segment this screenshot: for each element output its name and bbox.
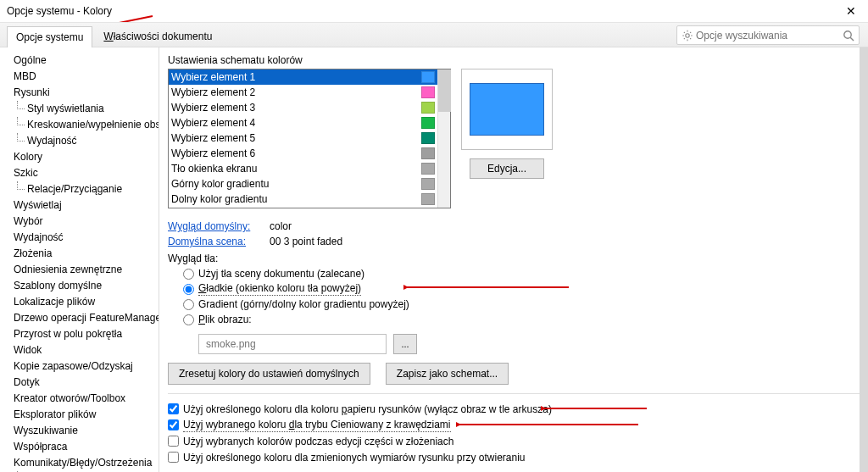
color-preview-swatch (470, 83, 544, 136)
tree-item[interactable]: Styl wyświetlania (0, 101, 159, 117)
tree-item[interactable]: Złożenia (0, 246, 159, 262)
list-item-swatch (421, 132, 435, 144)
listbox-scrollbar[interactable] (437, 69, 450, 208)
list-item[interactable]: Wybierz element 4 (169, 115, 437, 130)
list-item[interactable]: Górny kolor gradientu (169, 176, 437, 192)
search-container (676, 25, 860, 45)
default-scene-value: 00 3 point faded (270, 236, 342, 247)
list-item-label: Górny kolor gradientu (171, 178, 269, 190)
main-panel: Ustawienia schematu kolorów Wybierz elem… (159, 47, 868, 472)
check-changed-dims-color-label: Użyj określonego koloru dla zmienionych … (183, 452, 526, 464)
radio-use-scene-bg-label: Użyj tła sceny dokumentu (zalecane) (198, 268, 364, 280)
search-input[interactable] (694, 29, 842, 42)
check-shaded-edges-color[interactable] (168, 419, 179, 430)
list-item-swatch (421, 102, 435, 114)
search-icon[interactable] (842, 29, 855, 42)
list-item-swatch (421, 147, 435, 159)
tree-item[interactable]: Kolory (0, 149, 159, 165)
tree-item[interactable]: Lokalizacje plików (0, 294, 159, 310)
radio-gradient-label: Gradient (górny/dolny kolor gradientu po… (198, 298, 409, 310)
tree-item[interactable]: Widok (0, 342, 159, 358)
tree-item[interactable]: Relacje/Przyciąganie (0, 181, 159, 197)
tree-item[interactable]: Szablony domyślne (0, 278, 159, 294)
tree-item[interactable]: Kreskowanie/wypełnienie obszaru (0, 117, 159, 133)
list-item-swatch (421, 117, 435, 129)
check-changed-dims-color[interactable] (168, 452, 179, 463)
list-item[interactable]: Wybierz element 3 (169, 100, 437, 115)
gear-icon (681, 29, 694, 42)
tab-bar: Opcje systemu Właściwości dokumentu (0, 22, 868, 47)
list-item[interactable]: Dolny kolor gradientu (169, 192, 437, 207)
tree-item[interactable]: Przyrost w polu pokrętła (0, 326, 159, 342)
tree-item[interactable]: Eksplorator plików (0, 407, 159, 423)
default-appearance-link[interactable]: Wygląd domyślny: (168, 220, 270, 232)
list-item-label: Wybierz element 1 (171, 71, 255, 83)
bg-image-browse-button[interactable]: ... (393, 334, 417, 354)
radio-use-scene-bg[interactable] (183, 269, 194, 280)
list-item-label: Tło okienka ekranu (171, 163, 257, 175)
list-item-swatch (421, 193, 435, 205)
tree-item[interactable]: Rysunki (0, 85, 159, 101)
window-title: Opcje systemu - Kolory (7, 5, 112, 17)
category-tree: OgólneMBDRysunkiStyl wyświetlaniaKreskow… (0, 47, 159, 472)
list-item-swatch (421, 71, 435, 83)
tree-item[interactable]: Odniesienia zewnętrzne (0, 262, 159, 278)
tree-item[interactable]: Komunikaty/Błędy/Ostrzeżenia (0, 455, 159, 471)
list-item-label: Wybierz element 2 (171, 86, 255, 98)
tree-item[interactable]: Drzewo operacji FeatureManager (0, 310, 159, 326)
radio-gradient[interactable] (183, 299, 194, 310)
list-item[interactable]: Wybierz element 5 (169, 130, 437, 146)
tree-item[interactable]: Wybór (0, 214, 159, 230)
tree-item[interactable]: Wydajność (0, 230, 159, 246)
tree-item[interactable]: MBD (0, 69, 159, 85)
tree-item[interactable]: Ogólne (0, 53, 159, 69)
tree-item[interactable]: Dotyk (0, 375, 159, 391)
radio-plain-label: Gładkie (okienko koloru tła powyżej) (198, 282, 361, 296)
tree-item[interactable]: Szkic (0, 165, 159, 181)
list-item-label: Wybierz element 4 (171, 117, 255, 129)
color-scheme-listbox[interactable]: Wybierz element 1Wybierz element 2Wybier… (168, 69, 451, 208)
save-scheme-button[interactable]: Zapisz jako schemat... (386, 363, 509, 385)
list-item-swatch (421, 86, 435, 98)
close-icon[interactable]: ✕ (839, 3, 863, 19)
check-paper-color[interactable] (168, 403, 179, 414)
scheme-heading: Ustawienia schematu kolorów (168, 54, 860, 66)
color-preview-frame (461, 69, 553, 150)
list-item-swatch (421, 163, 435, 175)
title-bar: Opcje systemu - Kolory ✕ (0, 0, 868, 22)
tree-item[interactable]: Współpraca (0, 439, 159, 455)
tree-item[interactable]: Wydajność (0, 133, 159, 149)
radio-plain[interactable] (183, 284, 194, 295)
check-assembly-edit-colors-label: Użyj wybranych kolorów podczas edycji cz… (183, 436, 453, 447)
list-item-swatch (421, 178, 435, 190)
list-item[interactable]: Tło okienka ekranu (169, 161, 437, 176)
svg-line-3 (850, 37, 854, 41)
radio-image-label: Plik obrazu: (198, 314, 252, 325)
default-scene-link[interactable]: Domyślna scena: (168, 236, 270, 247)
page-scrollbar[interactable] (860, 47, 868, 472)
tab-document-properties[interactable]: Właściwości dokumentu (94, 25, 221, 47)
svg-point-2 (844, 31, 851, 37)
list-item-label: Dolny kolor gradientu (171, 193, 267, 205)
tree-item[interactable]: Kopie zapasowe/Odzyskaj (0, 358, 159, 375)
reset-colors-button[interactable]: Zresetuj kolory do ustawień domyślnych (168, 363, 370, 385)
check-shaded-edges-color-label: Użyj wybranego koloru dla trybu Cieniowa… (183, 419, 451, 432)
annotation-arrow-plain (403, 280, 573, 297)
check-paper-color-label: Użyj określonego koloru dla koloru papie… (183, 403, 552, 415)
tree-item[interactable]: Wyszukiwanie (0, 423, 159, 439)
edit-color-button[interactable]: Edycja... (470, 158, 544, 179)
tree-item[interactable]: Wyświetlaj (0, 197, 159, 214)
background-heading: Wygląd tła: (168, 253, 860, 264)
list-item[interactable]: Wybierz element 2 (169, 85, 437, 100)
list-item[interactable]: Wybierz element 6 (169, 146, 437, 161)
bg-image-path-input (198, 334, 387, 354)
tab-system-options[interactable]: Opcje systemu (7, 26, 92, 47)
radio-image[interactable] (183, 314, 194, 325)
list-item[interactable]: Wybierz element 1 (169, 69, 437, 85)
annotation-arrow-check2 (456, 417, 643, 432)
svg-point-1 (686, 33, 689, 36)
annotation-arrow-check1 (541, 401, 651, 416)
check-assembly-edit-colors[interactable] (168, 436, 179, 447)
background-radio-group: Użyj tła sceny dokumentu (zalecane) Gład… (183, 266, 860, 327)
tree-item[interactable]: Kreator otworów/Toolbox (0, 391, 159, 407)
